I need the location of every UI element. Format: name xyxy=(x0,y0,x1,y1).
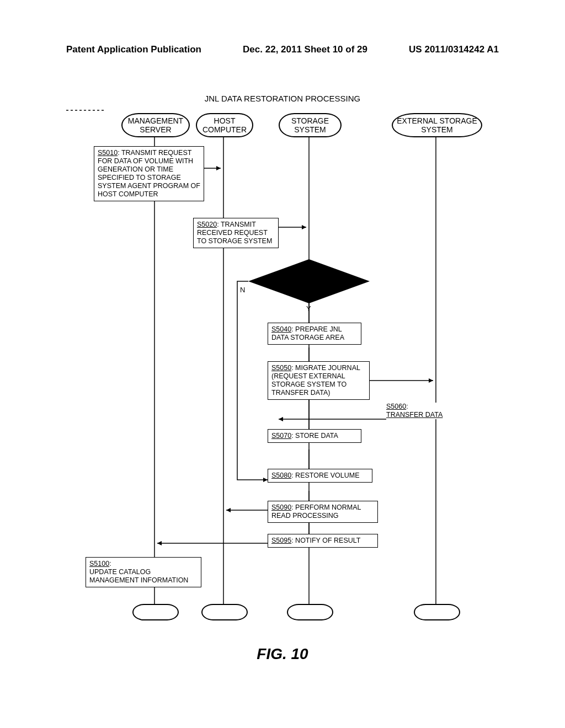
step-s5050: S5050: MIGRATE JOURNAL (REQUEST EXTERNAL… xyxy=(268,361,370,400)
s5060-id: S5060 xyxy=(386,403,406,410)
step-s5060: S5060: TRANSFER DATA xyxy=(386,403,463,419)
s5080-text: : RESTORE VOLUME xyxy=(291,472,359,479)
lane-mgmt-label: MANAGEMENT SERVER xyxy=(122,116,189,134)
lane-term-host xyxy=(201,604,248,620)
lane-term-external xyxy=(414,604,460,620)
diagram-title: JNL DATA RESTORATION PROCESSING xyxy=(0,94,565,103)
svg-marker-16 xyxy=(279,417,283,421)
lane-management-server: MANAGEMENT SERVER xyxy=(121,113,190,137)
s5100-text: UPDATE CATALOG MANAGEMENT INFORMATION xyxy=(89,568,188,584)
lane-storage-system: STORAGE SYSTEM xyxy=(279,113,342,137)
s5070-id: S5070 xyxy=(271,432,291,440)
flowchart: MANAGEMENT SERVER HOST COMPUTER STORAGE … xyxy=(61,105,502,634)
header-center: Dec. 22, 2011 Sheet 10 of 29 xyxy=(243,44,367,55)
s5100-id: S5100 xyxy=(89,560,109,568)
lane-term-mgmt xyxy=(132,604,179,620)
step-s5080: S5080: RESTORE VOLUME xyxy=(268,469,372,483)
s5095-id: S5095 xyxy=(271,537,291,544)
svg-marker-21 xyxy=(226,508,231,512)
lane-host-label: HOST COMPUTER xyxy=(197,116,252,134)
header-right: US 2011/0314242 A1 xyxy=(409,44,499,55)
s5030-text: IS JOURNAL STOREDIN EXTERNAL STORAGESYST… xyxy=(269,273,349,297)
s5030-id: S5030 xyxy=(298,265,318,272)
s5050-id: S5050 xyxy=(271,364,291,372)
step-s5010: S5010: TRANSMIT REQUEST FOR DATA OF VOLU… xyxy=(94,146,204,201)
decision-yes-label: Y xyxy=(306,304,311,313)
step-s5100: S5100: UPDATE CATALOG MANAGEMENT INFORMA… xyxy=(86,557,201,587)
s5080-id: S5080 xyxy=(271,472,291,479)
lane-host-computer: HOST COMPUTER xyxy=(196,113,253,137)
figure-caption: FIG. 10 xyxy=(0,645,565,663)
svg-marker-8 xyxy=(302,225,306,229)
svg-marker-10 xyxy=(263,478,268,482)
step-s5020: S5020: TRANSMIT RECEIVED REQUEST TO STOR… xyxy=(193,218,279,248)
lane-storage-label: STORAGE SYSTEM xyxy=(280,116,340,134)
step-s5090: S5090: PERFORM NORMAL READ PROCESSING xyxy=(268,501,378,523)
s5095-text: : NOTIFY OF RESULT xyxy=(291,537,360,544)
svg-marker-6 xyxy=(216,166,221,170)
s5040-id: S5040 xyxy=(271,325,291,333)
page-header: Patent Application Publication Dec. 22, … xyxy=(0,44,565,55)
svg-marker-24 xyxy=(157,541,162,545)
lane-term-storage xyxy=(287,604,333,620)
s5070-text: : STORE DATA xyxy=(291,432,338,440)
s5090-id: S5090 xyxy=(271,504,291,511)
step-s5040: S5040: PREPARE JNL DATA STORAGE AREA xyxy=(268,323,361,345)
step-s5095: S5095: NOTIFY OF RESULT xyxy=(268,534,378,548)
lane-external-storage: EXTERNAL STORAGE SYSTEM xyxy=(392,113,482,137)
svg-marker-14 xyxy=(429,378,433,383)
decision-no-label: N xyxy=(240,286,245,294)
decision-s5030: S5030: IS JOURNAL STOREDIN EXTERNAL STOR… xyxy=(259,265,359,298)
lane-external-label: EXTERNAL STORAGE SYSTEM xyxy=(393,116,481,134)
header-left: Patent Application Publication xyxy=(66,44,201,55)
step-s5070: S5070: STORE DATA xyxy=(268,429,361,443)
s5020-id: S5020 xyxy=(197,221,217,228)
s5010-id: S5010 xyxy=(98,149,118,157)
s5060-text: TRANSFER DATA xyxy=(386,411,443,419)
